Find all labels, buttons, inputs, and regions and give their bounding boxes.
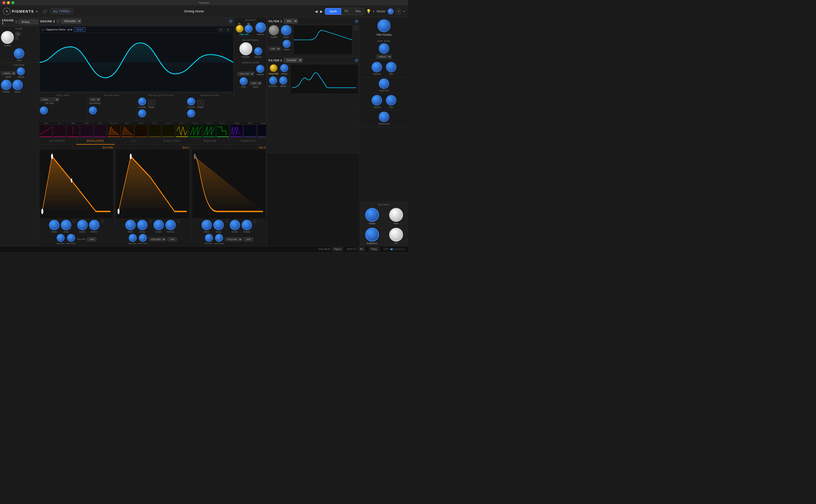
mod-slot-func2[interactable]: Func 2 — [203, 122, 216, 137]
env3-att-curve-knob[interactable] — [205, 234, 213, 242]
stereo-knob[interactable] — [12, 80, 23, 90]
filter2-type-select[interactable]: Formant — [284, 58, 303, 63]
env2-decay-knob[interactable] — [137, 220, 148, 230]
phase-dist-sub-knob[interactable] — [138, 109, 146, 117]
cutoff-knob[interactable] — [269, 25, 279, 35]
velocity-select[interactable]: Velocity — [376, 55, 392, 59]
env2-dec-curve-knob[interactable] — [139, 234, 147, 242]
filter2-power-button[interactable]: ⏻ — [355, 59, 358, 62]
filter1-power-button[interactable]: ⏻ — [355, 20, 358, 23]
panic-button[interactable]: Panic — [369, 247, 380, 251]
mod-fine-knob[interactable] — [240, 77, 248, 85]
poly-kbd-select2[interactable]: Poly KBD — [149, 237, 166, 241]
tab-envelopes[interactable]: ENVELOPES — [77, 138, 115, 145]
morph-button[interactable]: Morph — [74, 27, 85, 32]
prev-preset-button[interactable]: ◀ — [315, 9, 318, 13]
macro-brightness-knob[interactable] — [365, 228, 379, 242]
env3-release-link-button[interactable]: ∞ — [254, 220, 256, 223]
pd-amount-knob[interactable] — [138, 98, 146, 105]
mod-slot-binary[interactable]: Binary — [257, 122, 266, 137]
mod-slot-env-vca[interactable]: Env VCA — [107, 122, 120, 137]
wt-next-button[interactable]: ▶ — [71, 28, 73, 31]
q-factor-knob[interactable] — [269, 76, 277, 84]
env3-link-button[interactable]: ∞ — [225, 220, 228, 223]
tune-edit-button[interactable]: ✎ — [15, 37, 18, 40]
maximize-button[interactable] — [11, 1, 14, 4]
dim-2d-button[interactable]: 2D — [218, 28, 224, 31]
play-mode-value[interactable]: Poly 8 — [332, 247, 343, 251]
filter1-swap-button[interactable]: ↕ — [354, 26, 358, 30]
send-level-knob[interactable] — [379, 112, 389, 122]
settings-arrow[interactable]: ▾ — [373, 10, 375, 13]
minimize-button[interactable] — [7, 1, 10, 4]
amp-mod-knob[interactable] — [379, 43, 389, 54]
macro-fx-knob[interactable] — [389, 228, 403, 242]
dim-3d-button[interactable]: 3D — [225, 28, 231, 31]
master-volume-knob[interactable] — [388, 8, 394, 14]
tab-combinate[interactable]: COMBINATE — [229, 138, 267, 145]
tab-functions[interactable]: FUNCTIONS — [153, 138, 191, 145]
close-button[interactable] — [2, 1, 5, 4]
mod-slot-mw[interactable]: MW — [67, 122, 79, 137]
env2-attack-knob[interactable] — [125, 220, 136, 230]
wf-shape-button[interactable]: ∿ — [197, 100, 204, 105]
env3-dec-curve-knob[interactable] — [215, 234, 223, 242]
env3-release-knob[interactable] — [242, 220, 252, 230]
engine2-type-select[interactable]: Wavetable Analog — [61, 19, 81, 24]
voices-knob[interactable] — [17, 67, 25, 75]
mod-slot-velo[interactable]: Velo — [39, 122, 52, 137]
tab-seq[interactable]: Seq — [352, 8, 364, 15]
macro-time-knob[interactable] — [389, 208, 403, 222]
detune-knob[interactable] — [1, 80, 11, 90]
kbd-select[interactable]: KBD — [269, 47, 281, 51]
mod-slot-lfo1[interactable]: LFO 1 — [148, 122, 161, 137]
mod-slot-func3[interactable]: Func 3 — [216, 122, 229, 137]
freq-mod-knob[interactable] — [40, 106, 48, 114]
mod-volume-knob[interactable] — [256, 65, 264, 73]
fm-type-select[interactable]: Linear Exponential — [40, 98, 59, 101]
tab-fx[interactable]: FX — [341, 8, 352, 15]
env-vca-sustain-knob[interactable] — [77, 220, 88, 230]
env-vca-decay-knob[interactable] — [61, 220, 71, 230]
env3-attack-knob[interactable] — [202, 220, 212, 230]
wf-amount-knob[interactable] — [187, 98, 195, 105]
mod-slot-func1[interactable]: Func 1 — [189, 122, 202, 137]
env2-release-link-button[interactable]: ∞ — [177, 220, 180, 223]
mod-slot-at[interactable]: AT — [53, 122, 66, 137]
top-volume-knob[interactable] — [372, 62, 382, 72]
filter-routing-knob[interactable] — [378, 19, 390, 32]
env-vca-release-knob[interactable] — [89, 220, 100, 230]
release-link-button[interactable]: ∞ — [101, 220, 104, 223]
macro-timbre-knob[interactable] — [365, 208, 379, 222]
tab-lfo[interactable]: LFO — [115, 138, 153, 145]
mode-select[interactable]: Classic — [1, 71, 16, 75]
output-volume-knob[interactable] — [255, 22, 266, 33]
blend-knob[interactable] — [279, 76, 287, 84]
phase-mod-knob[interactable] — [89, 106, 97, 114]
engine2-copy-button[interactable]: ⧉ — [56, 20, 60, 23]
filter2-morph-knob[interactable] — [280, 64, 288, 72]
mod-slot-lfo3[interactable]: LFO 3 — [176, 122, 188, 137]
env2-link-button[interactable]: ∞ — [149, 220, 152, 223]
engine2-power-button[interactable]: ⏻ — [229, 20, 232, 23]
drive-knob[interactable] — [283, 40, 291, 48]
env-vca-attack-knob[interactable] — [49, 220, 59, 230]
reso-knob[interactable] — [281, 25, 291, 35]
bulb-icon[interactable]: 💡 — [366, 9, 371, 14]
env2-release-knob[interactable] — [165, 220, 176, 230]
tab-keyboard[interactable]: KEYBOARD — [38, 138, 77, 145]
env2-att-curve-knob[interactable] — [129, 234, 137, 242]
poly-kbd-select3[interactable]: Poly KBD — [225, 237, 242, 241]
wf-sub-knob[interactable] — [187, 109, 195, 117]
wt-position-knob[interactable] — [239, 42, 252, 55]
mod-slot-env3[interactable]: Env 3 — [135, 122, 148, 137]
adr-button1[interactable]: ADR — [87, 237, 96, 241]
mod-slot-exp[interactable]: EXP — [94, 122, 107, 137]
env3-decay-knob[interactable] — [213, 220, 224, 230]
next-preset-button[interactable]: ▶ — [320, 9, 323, 13]
coarse-knob[interactable] — [1, 31, 14, 44]
mod-slot-lfo2[interactable]: LFO 2 — [162, 122, 175, 137]
f2-knob[interactable] — [245, 25, 253, 33]
f1-knob[interactable] — [236, 25, 244, 33]
settings-button[interactable]: ⚙ — [396, 8, 402, 14]
